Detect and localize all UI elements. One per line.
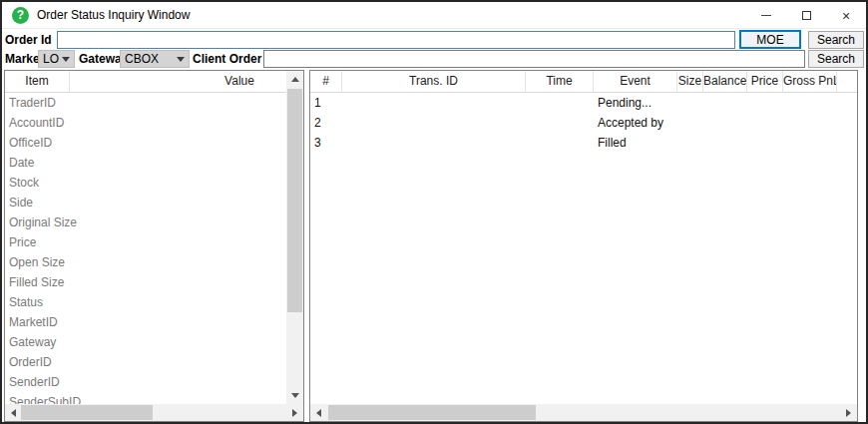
column-header-time[interactable]: Time — [526, 71, 594, 93]
table-row[interactable]: 2 Accepted by — [310, 113, 840, 133]
list-item[interactable]: AccountID — [5, 113, 224, 133]
minimize-button[interactable] — [746, 2, 786, 29]
left-panel-vertical-scrollbar[interactable] — [286, 71, 303, 404]
event-cell: Pending... — [598, 93, 651, 113]
column-header-num[interactable]: # — [310, 71, 342, 93]
scroll-down-button[interactable] — [286, 387, 303, 404]
row-number-cell: 2 — [314, 113, 321, 133]
scroll-up-button[interactable] — [286, 71, 303, 88]
help-icon[interactable]: ? — [12, 7, 29, 24]
client-order-id-input[interactable] — [263, 50, 805, 68]
gateway-dropdown-value: CBOX — [125, 52, 159, 66]
column-header-gross-pnl[interactable]: Gross PnL — [783, 71, 837, 93]
column-header-size[interactable]: Size — [677, 71, 703, 93]
scroll-up-icon — [291, 77, 299, 82]
row-number-cell: 1 — [314, 93, 321, 113]
market-dropdown[interactable]: LO — [38, 50, 75, 68]
moe-button[interactable]: MOE — [739, 30, 801, 49]
vertical-scroll-thumb[interactable] — [287, 89, 302, 312]
scroll-right-button[interactable] — [840, 404, 857, 421]
right-panel-header: # Trans. ID Time Event Size Balance Pric… — [310, 71, 857, 93]
list-item[interactable]: Gateway — [5, 332, 224, 352]
maximize-icon — [802, 11, 811, 20]
transactions-panel: # Trans. ID Time Event Size Balance Pric… — [309, 70, 858, 422]
order-id-label: Order Id — [5, 31, 52, 49]
order-status-inquiry-window: ? Order Status Inquiry Window × Order Id… — [0, 0, 868, 424]
list-item[interactable]: Original Size — [5, 212, 224, 232]
window-title: Order Status Inquiry Window — [37, 8, 190, 22]
right-panel-horizontal-scrollbar[interactable] — [310, 404, 857, 421]
list-item[interactable]: SenderID — [5, 372, 224, 392]
window-controls: × — [746, 2, 866, 29]
maximize-button[interactable] — [786, 2, 826, 29]
horizontal-scroll-thumb[interactable] — [21, 405, 153, 420]
scroll-down-icon — [291, 393, 299, 398]
chevron-down-icon — [62, 57, 70, 62]
event-cell: Accepted by — [598, 113, 663, 133]
search-button-bottom[interactable]: Search — [808, 50, 864, 68]
list-item[interactable]: Side — [5, 193, 224, 212]
chevron-down-icon — [177, 57, 185, 62]
column-header-price[interactable]: Price — [747, 71, 783, 93]
table-row[interactable]: 1 Pending... — [310, 93, 840, 113]
gateway-dropdown[interactable]: CBOX — [120, 50, 190, 68]
list-item[interactable]: TraderID — [5, 93, 224, 113]
scroll-left-icon — [11, 409, 16, 417]
list-item[interactable]: Stock — [5, 173, 224, 193]
scroll-right-button[interactable] — [286, 404, 303, 421]
row-number-cell: 3 — [314, 133, 321, 153]
list-item[interactable]: MarketID — [5, 312, 224, 332]
scroll-left-button[interactable] — [5, 404, 22, 421]
column-header-event[interactable]: Event — [594, 71, 677, 93]
list-item[interactable]: Filled Size — [5, 272, 224, 292]
list-item[interactable]: Open Size — [5, 252, 224, 272]
left-panel-horizontal-scrollbar[interactable] — [5, 404, 303, 421]
event-cell: Filled — [598, 133, 627, 153]
column-header-balance[interactable]: Balance — [703, 71, 747, 93]
title-bar: ? Order Status Inquiry Window × — [2, 2, 866, 29]
market-dropdown-value: LO — [43, 52, 59, 66]
scroll-right-icon — [846, 409, 851, 417]
minimize-icon — [761, 15, 771, 16]
table-row[interactable]: 3 Filled — [310, 133, 840, 153]
scroll-right-icon — [292, 409, 297, 417]
column-header-item[interactable]: Item — [5, 71, 70, 93]
scroll-left-icon — [316, 409, 321, 417]
left-panel-header: Item Value — [5, 71, 303, 93]
order-details-panel: Item Value TraderID AccountID OfficeID D… — [4, 70, 304, 422]
list-item[interactable]: Status — [5, 292, 224, 312]
close-button[interactable]: × — [826, 2, 866, 29]
column-header-trans-id[interactable]: Trans. ID — [342, 71, 526, 93]
list-item[interactable]: OfficeID — [5, 133, 224, 153]
list-item[interactable]: OrderID — [5, 352, 224, 372]
list-item[interactable]: Price — [5, 232, 224, 252]
list-item[interactable]: Date — [5, 153, 224, 173]
horizontal-scroll-thumb[interactable] — [328, 405, 536, 420]
scroll-left-button[interactable] — [310, 404, 327, 421]
search-button-top[interactable]: Search — [808, 31, 864, 49]
close-icon: × — [842, 9, 850, 23]
order-id-input[interactable] — [57, 31, 735, 49]
